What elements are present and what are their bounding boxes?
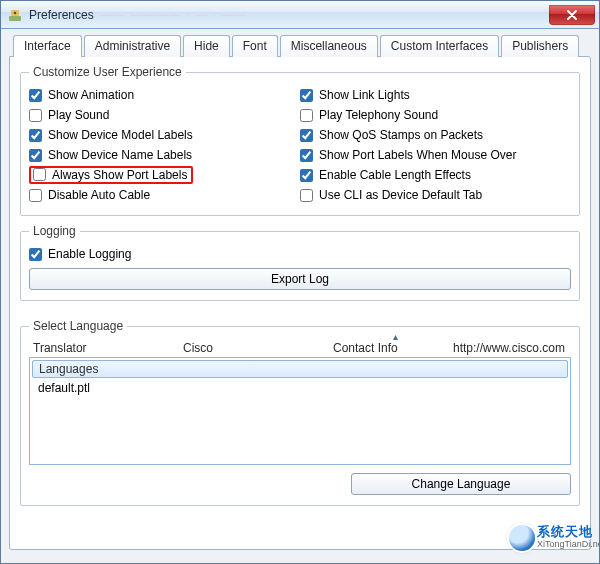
tab-label: Custom Interfaces	[391, 39, 488, 53]
checkbox-show-link-lights[interactable]	[300, 89, 313, 102]
window-title: Preferences	[29, 8, 94, 22]
group-legend: Select Language	[29, 319, 127, 333]
checkbox-show-device-name[interactable]	[29, 149, 42, 162]
tabstrip: Interface Administrative Hide Font Misce…	[9, 35, 591, 57]
checkbox-label: Use CLI as Device Default Tab	[319, 188, 482, 202]
checkbox-label: Play Telephony Sound	[319, 108, 438, 122]
checkbox-label: Enable Logging	[48, 247, 131, 261]
checkbox-label: Play Sound	[48, 108, 109, 122]
checkbox-show-device-model[interactable]	[29, 129, 42, 142]
tab-hide[interactable]: Hide	[183, 35, 230, 57]
svg-rect-0	[9, 16, 21, 21]
col-translator[interactable]: Translator	[33, 341, 183, 355]
button-label: Export Log	[271, 272, 329, 286]
ux-right-column: Show Link Lights Play Telephony Sound Sh…	[300, 85, 571, 205]
change-language-button[interactable]: Change Language	[351, 473, 571, 495]
checkbox-label: Show Device Model Labels	[48, 128, 193, 142]
checkbox-use-cli-default[interactable]	[300, 189, 313, 202]
checkbox-disable-auto-cable[interactable]	[29, 189, 42, 202]
checkbox-enable-cable-length[interactable]	[300, 169, 313, 182]
group-select-language: Select Language Translator Cisco Contact…	[20, 319, 580, 506]
checkbox-show-port-labels-mouseover[interactable]	[300, 149, 313, 162]
language-table-header: Translator Cisco Contact Info▴ http://ww…	[29, 339, 571, 357]
app-icon	[7, 7, 23, 23]
checkbox-label: Always Show Port Labels	[52, 168, 187, 182]
export-log-button[interactable]: Export Log	[29, 268, 571, 290]
tab-custom-interfaces[interactable]: Custom Interfaces	[380, 35, 499, 57]
checkbox-show-animation[interactable]	[29, 89, 42, 102]
sort-caret-icon: ▴	[393, 331, 398, 342]
tab-publishers[interactable]: Publishers	[501, 35, 579, 57]
col-url[interactable]: http://www.cisco.com	[453, 341, 567, 355]
language-list-item[interactable]: default.ptl	[30, 380, 570, 396]
col-label: Contact Info	[333, 341, 398, 355]
checkbox-play-telephony-sound[interactable]	[300, 109, 313, 122]
checkbox-always-show-port-labels[interactable]	[33, 168, 46, 181]
tab-label: Interface	[24, 39, 71, 53]
checkbox-play-sound[interactable]	[29, 109, 42, 122]
group-logging: Logging Enable Logging Export Log	[20, 224, 580, 301]
tab-label: Miscellaneous	[291, 39, 367, 53]
button-label: Change Language	[412, 477, 511, 491]
checkbox-label: Enable Cable Length Effects	[319, 168, 471, 182]
group-legend: Customize User Experience	[29, 65, 186, 79]
tab-label: Administrative	[95, 39, 170, 53]
checkbox-label: Show Link Lights	[319, 88, 410, 102]
col-cisco[interactable]: Cisco	[183, 341, 333, 355]
group-legend: Logging	[29, 224, 80, 238]
checkbox-enable-logging[interactable]	[29, 248, 42, 261]
content-area: Interface Administrative Hide Font Misce…	[1, 29, 599, 563]
tab-interface[interactable]: Interface	[13, 35, 82, 57]
close-button[interactable]	[549, 5, 595, 25]
tab-label: Font	[243, 39, 267, 53]
language-list-selected[interactable]: Languages	[32, 360, 568, 378]
col-contact[interactable]: Contact Info▴	[333, 341, 453, 355]
tab-miscellaneous[interactable]: Miscellaneous	[280, 35, 378, 57]
tab-font[interactable]: Font	[232, 35, 278, 57]
group-user-experience: Customize User Experience Show Animation…	[20, 65, 580, 216]
svg-point-2	[14, 11, 17, 14]
checkbox-label: Show Port Labels When Mouse Over	[319, 148, 516, 162]
tab-panel-interface: Customize User Experience Show Animation…	[9, 56, 591, 550]
checkbox-show-qos-stamps[interactable]	[300, 129, 313, 142]
tab-label: Publishers	[512, 39, 568, 53]
checkbox-label: Show QoS Stamps on Packets	[319, 128, 483, 142]
language-list[interactable]: Languages default.ptl	[29, 357, 571, 465]
tab-label: Hide	[194, 39, 219, 53]
close-icon	[566, 10, 578, 20]
preferences-window: Preferences —— ———— · — · —— Interface A…	[0, 0, 600, 564]
checkbox-label: Disable Auto Cable	[48, 188, 150, 202]
highlight-box: Always Show Port Labels	[29, 166, 193, 184]
ux-left-column: Show Animation Play Sound Show Device Mo…	[29, 85, 300, 205]
tab-administrative[interactable]: Administrative	[84, 35, 181, 57]
checkbox-label: Show Device Name Labels	[48, 148, 192, 162]
titlebar-ghost: —— ———— · — · ——	[100, 8, 549, 22]
checkbox-label: Show Animation	[48, 88, 134, 102]
titlebar: Preferences —— ———— · — · ——	[1, 1, 599, 29]
